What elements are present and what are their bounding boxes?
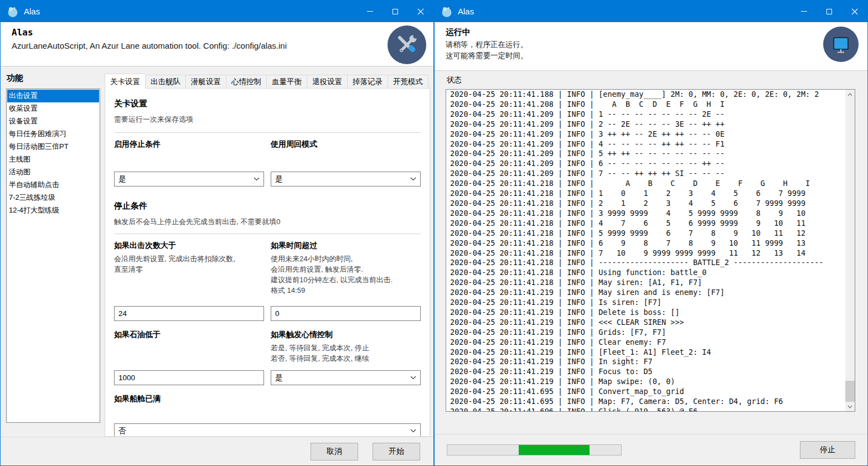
log-line: 2020-04-25 20:11:41.219 | INFO | Focus t…: [450, 367, 845, 377]
log-line: 2020-04-25 20:11:41.219 | INFO | In sigh…: [450, 357, 845, 367]
if-time-exceeds-label: 如果时间超过: [271, 241, 421, 251]
if-dock-full-label: 如果船舱已满: [114, 394, 421, 404]
tab[interactable]: 潜艇设置: [185, 75, 226, 88]
alas-logo-icon: [7, 6, 19, 18]
minimize-button[interactable]: [357, 1, 383, 22]
if-emotion-control-desc: 若是, 等待回复, 完成本次, 停止 若否, 等待回复, 完成本次, 继续: [271, 343, 421, 364]
log-line: 2020-04-25 20:11:41.219 | INFO | Grids: …: [450, 328, 845, 338]
log-line: 2020-04-25 20:11:41.218 | INFO | 6 9 8 7…: [450, 239, 845, 248]
close-icon: [851, 8, 858, 15]
config-body: 功能 出击设置收菜设置设备设置每日任务困难演习每日活动图三倍PT主线图活动图半自…: [1, 66, 433, 437]
tab[interactable]: 掉落记录: [347, 75, 388, 88]
start-button[interactable]: 开始: [373, 443, 420, 460]
minimize-icon: [801, 11, 807, 12]
cancel-button[interactable]: 取消: [311, 443, 358, 460]
close-button[interactable]: [408, 1, 433, 22]
if-oil-below-input[interactable]: [114, 370, 264, 385]
config-titlebar[interactable]: Alas: [1, 1, 433, 22]
tab-panel: 关卡设置 需要运行一次来保存选项 启用停止条件 是 使用周回模式: [105, 88, 430, 437]
function-list-item[interactable]: 活动图: [7, 166, 99, 179]
log-line: 2020-04-25 20:11:41.695 | INFO | Convert…: [450, 387, 845, 397]
function-list-item[interactable]: 设备设置: [7, 115, 99, 128]
runner-header: 运行中 请稍等，程序正在运行。 这可能将需要一定时间。: [435, 22, 867, 71]
minimize-button[interactable]: [791, 1, 817, 22]
function-list-item[interactable]: 出击设置: [7, 90, 99, 102]
log-scrollbar[interactable]: [845, 90, 855, 411]
maximize-icon: [826, 9, 832, 14]
function-list-item[interactable]: 半自动辅助点击: [7, 179, 99, 191]
scroll-up-button[interactable]: [845, 90, 855, 99]
tab[interactable]: 血量平衡: [266, 75, 307, 88]
window-controls: [357, 1, 433, 22]
log-line: 2020-04-25 20:11:41.219 | INFO | [Fleet_…: [450, 348, 845, 358]
log-line: 2020-04-25 20:11:41.218 | INFO | 4 7 6 5…: [450, 219, 845, 229]
enable-stop-condition-label: 启用停止条件: [114, 139, 264, 149]
log-line: 2020-04-25 20:11:41.218 | INFO | -------…: [450, 258, 845, 268]
runner-body: 状态 2020-04-25 20:11:41.188 | INFO | [ene…: [435, 71, 867, 434]
if-emotion-control-select[interactable]: 是: [271, 370, 421, 385]
divider: [114, 234, 421, 234]
log-line: 2020-04-25 20:11:41.209 | INFO | 5 ++ ++…: [450, 149, 845, 159]
panel-subtitle: 需要运行一次来保存选项: [114, 115, 421, 125]
use-loop-mode-select[interactable]: 是: [271, 172, 421, 187]
window-title: Alas: [24, 7, 40, 16]
tab[interactable]: 心情控制: [226, 75, 267, 88]
window-title: Alas: [458, 7, 474, 16]
tab-bar: 关卡设置出击舰队潜艇设置心情控制血量平衡退役设置掉落记录开荒模式: [105, 73, 430, 88]
log-line: 2020-04-25 20:11:41.218 | INFO | 5 9999 …: [450, 229, 845, 239]
maximize-button[interactable]: [383, 1, 408, 22]
log-line: 2020-04-25 20:11:41.208 | INFO | A B C D…: [450, 100, 845, 110]
log-line: 2020-04-25 20:11:41.219 | INFO | Is sire…: [450, 298, 845, 308]
log-viewer[interactable]: 2020-04-25 20:11:41.188 | INFO | [enemy_…: [446, 89, 855, 412]
if-dock-full-select[interactable]: 否: [114, 423, 421, 437]
log-line: 2020-04-25 20:11:41.209 | INFO | 4 -- --…: [450, 139, 845, 149]
function-list-item[interactable]: 7-2三战拣垃圾: [7, 191, 99, 204]
window-controls: [791, 1, 867, 22]
tab[interactable]: 退役设置: [307, 75, 348, 88]
scrollbar-thumb[interactable]: [845, 381, 855, 402]
progress-chunk: [519, 445, 590, 455]
running-title: 运行中: [446, 27, 856, 38]
log-line: 2020-04-25 20:11:41.218 | INFO | 3 9999 …: [450, 209, 845, 219]
function-list-item[interactable]: 主线图: [7, 153, 99, 166]
function-list[interactable]: 出击设置收菜设置设备设置每日任务困难演习每日活动图三倍PT主线图活动图半自动辅助…: [6, 89, 100, 423]
running-message: 请稍等，程序正在运行。 这可能将需要一定时间。: [446, 39, 856, 61]
log-line: 2020-04-25 20:11:41.219 | INFO | May sir…: [450, 288, 845, 298]
select-value: 否: [118, 426, 126, 436]
runner-titlebar[interactable]: Alas: [435, 1, 867, 22]
maximize-button[interactable]: [817, 1, 842, 22]
alas-logo-icon: [441, 6, 453, 18]
if-time-exceeds-input[interactable]: [271, 306, 421, 321]
stop-button[interactable]: 停止: [800, 441, 855, 459]
log-line: 2020-04-25 20:11:41.219 | INFO | Clear e…: [450, 338, 845, 348]
log-line: 2020-04-25 20:11:41.218 | INFO | A B C D…: [450, 179, 845, 189]
function-list-item[interactable]: 12-4打大型练级: [7, 204, 99, 217]
log-line: 2020-04-25 20:11:41.209 | INFO | 7 -- --…: [450, 169, 845, 179]
tab[interactable]: 开荒模式: [388, 75, 428, 88]
log-line: 2020-04-25 20:11:41.219 | INFO | <<< CLE…: [450, 318, 845, 328]
status-label: 状态: [447, 75, 855, 85]
monitor-icon: [823, 27, 859, 62]
log-line: 2020-04-25 20:11:41.695 | INFO | Map: F7…: [450, 397, 845, 407]
config-window: Alas Alas AzurLaneAutoScript, An Azur La…: [0, 0, 434, 466]
log-line: 2020-04-25 20:11:41.219 | INFO | Map swi…: [450, 377, 845, 387]
runner-window: Alas 运行中 请稍等，程序正在运行。 这可能将需要一定时间。 状态: [434, 0, 868, 466]
tab[interactable]: 关卡设置: [105, 74, 146, 89]
function-list-item[interactable]: 每日活动图三倍PT: [7, 141, 99, 153]
log-line: 2020-04-25 20:11:41.218 | INFO | 1 0 1 2…: [450, 189, 845, 199]
enable-stop-condition-select[interactable]: 是: [114, 172, 264, 187]
if-sortie-count-desc: 会沿用先前设置, 完成出击将扣除次数, 直至清零: [114, 253, 264, 275]
chevron-down-icon: [410, 376, 416, 380]
scroll-down-button[interactable]: [845, 402, 855, 411]
log-line: 2020-04-25 20:11:41.188 | INFO | [enemy_…: [450, 90, 845, 100]
if-sortie-count-input[interactable]: [114, 306, 264, 321]
maximize-icon: [392, 9, 398, 14]
stop-condition-desc: 触发后不会马上停止会先完成当前出击, 不需要就填0: [114, 217, 421, 227]
function-list-item[interactable]: 每日任务困难演习: [7, 128, 99, 141]
close-button[interactable]: [842, 1, 867, 22]
progress-bar: [447, 444, 622, 455]
log-line: 2020-04-25 20:11:41.218 | INFO | May sir…: [450, 278, 845, 288]
function-list-item[interactable]: 收菜设置: [7, 102, 99, 115]
tab[interactable]: 出击舰队: [145, 75, 186, 88]
app-title: Alas: [12, 27, 422, 38]
